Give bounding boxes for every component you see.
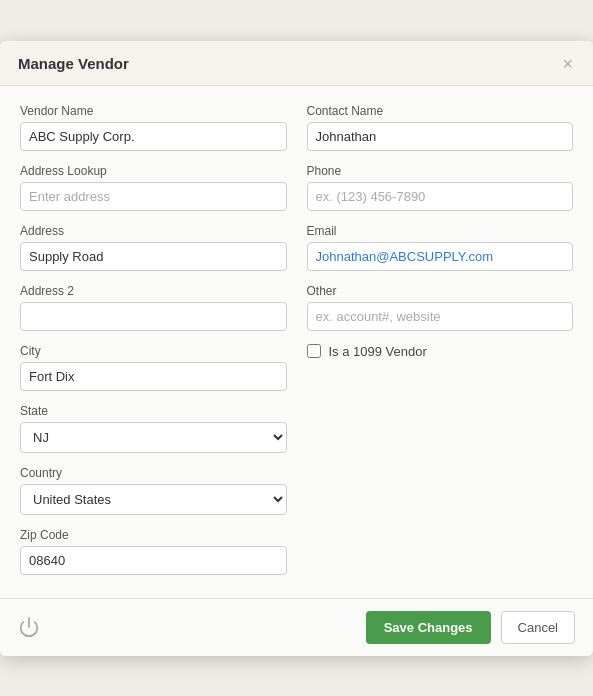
- vendor-name-input[interactable]: [20, 122, 287, 151]
- city-group: City: [20, 344, 287, 391]
- address2-input[interactable]: [20, 302, 287, 331]
- city-label: City: [20, 344, 287, 358]
- address-label: Address: [20, 224, 287, 238]
- right-column: Contact Name Phone Email Other Is a 1099…: [307, 104, 574, 588]
- zip-label: Zip Code: [20, 528, 287, 542]
- address2-label: Address 2: [20, 284, 287, 298]
- email-label: Email: [307, 224, 574, 238]
- power-icon[interactable]: [18, 616, 40, 638]
- other-input[interactable]: [307, 302, 574, 331]
- vendor-name-group: Vendor Name: [20, 104, 287, 151]
- address-lookup-input[interactable]: [20, 182, 287, 211]
- zip-input[interactable]: [20, 546, 287, 575]
- phone-label: Phone: [307, 164, 574, 178]
- country-group: Country United States Canada Mexico: [20, 466, 287, 515]
- left-column: Vendor Name Address Lookup Address Addre…: [20, 104, 287, 588]
- save-changes-button[interactable]: Save Changes: [366, 611, 491, 644]
- address-lookup-label: Address Lookup: [20, 164, 287, 178]
- phone-input[interactable]: [307, 182, 574, 211]
- is-1099-checkbox[interactable]: [307, 344, 321, 358]
- is-1099-group: Is a 1099 Vendor: [307, 344, 574, 359]
- modal-footer: Save Changes Cancel: [0, 598, 593, 656]
- email-group: Email: [307, 224, 574, 271]
- contact-name-group: Contact Name: [307, 104, 574, 151]
- address-input[interactable]: [20, 242, 287, 271]
- email-input[interactable]: [307, 242, 574, 271]
- country-label: Country: [20, 466, 287, 480]
- state-label: State: [20, 404, 287, 418]
- vendor-name-label: Vendor Name: [20, 104, 287, 118]
- manage-vendor-modal: Manage Vendor × Vendor Name Address Look…: [0, 41, 593, 656]
- footer-buttons: Save Changes Cancel: [366, 611, 575, 644]
- city-input[interactable]: [20, 362, 287, 391]
- contact-name-label: Contact Name: [307, 104, 574, 118]
- cancel-button[interactable]: Cancel: [501, 611, 575, 644]
- phone-group: Phone: [307, 164, 574, 211]
- modal-header: Manage Vendor ×: [0, 41, 593, 86]
- modal-title: Manage Vendor: [18, 55, 129, 72]
- contact-name-input[interactable]: [307, 122, 574, 151]
- modal-body: Vendor Name Address Lookup Address Addre…: [0, 86, 593, 598]
- address-group: Address: [20, 224, 287, 271]
- state-group: State NJ NY CA TX: [20, 404, 287, 453]
- address-lookup-group: Address Lookup: [20, 164, 287, 211]
- other-label: Other: [307, 284, 574, 298]
- other-group: Other: [307, 284, 574, 331]
- address2-group: Address 2: [20, 284, 287, 331]
- country-select[interactable]: United States Canada Mexico: [20, 484, 287, 515]
- state-select[interactable]: NJ NY CA TX: [20, 422, 287, 453]
- close-button[interactable]: ×: [560, 55, 575, 73]
- is-1099-label: Is a 1099 Vendor: [329, 344, 427, 359]
- zip-group: Zip Code: [20, 528, 287, 575]
